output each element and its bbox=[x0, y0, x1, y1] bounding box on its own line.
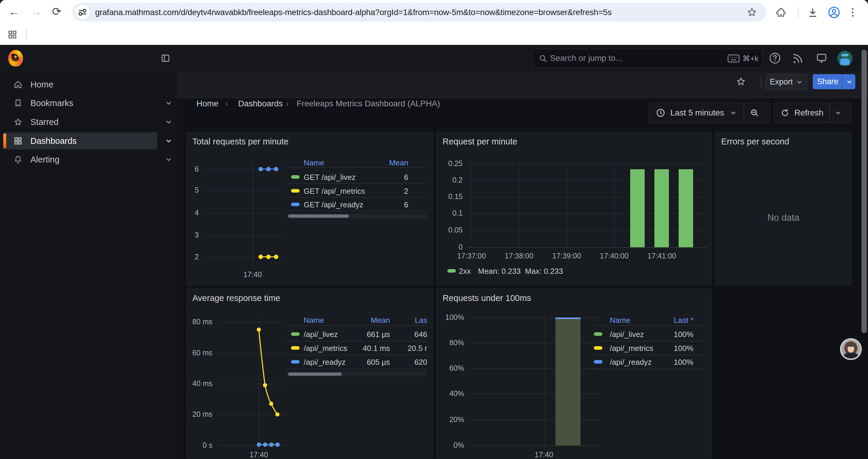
downloads-icon[interactable] bbox=[807, 6, 819, 18]
y-tick: 60% bbox=[437, 364, 464, 372]
data-point[interactable] bbox=[258, 255, 263, 259]
data-point[interactable] bbox=[266, 167, 271, 171]
legend-series-name[interactable]: /api/_metrics bbox=[610, 344, 653, 353]
bar-2xx[interactable] bbox=[654, 169, 669, 247]
legend-scrollbar[interactable] bbox=[286, 371, 427, 376]
sidebar-item-label: Alerting bbox=[30, 155, 59, 165]
legend-scrollbar[interactable] bbox=[286, 214, 427, 219]
legend-series-name[interactable]: /api/_readyz bbox=[610, 358, 652, 367]
data-point[interactable] bbox=[263, 442, 267, 447]
legend-header-name[interactable]: Name bbox=[304, 316, 324, 325]
series-color-pill[interactable] bbox=[291, 203, 300, 206]
url-bar[interactable]: grafana.mathmast.com/d/deytv4rwavabkb/fr… bbox=[72, 3, 766, 22]
data-point[interactable] bbox=[275, 442, 280, 447]
back-icon[interactable]: ← bbox=[8, 6, 20, 17]
url-text[interactable]: grafana.mathmast.com/d/deytv4rwavabkb/fr… bbox=[95, 8, 612, 17]
page-scrollbar[interactable] bbox=[862, 50, 867, 333]
bar-under-100ms[interactable] bbox=[555, 319, 581, 446]
gridline bbox=[467, 164, 707, 164]
chevron-down-icon[interactable] bbox=[164, 137, 173, 145]
data-point[interactable] bbox=[269, 442, 274, 447]
chevron-down-icon[interactable] bbox=[164, 118, 173, 126]
legend-series-name[interactable]: GET /api/_metrics bbox=[304, 187, 365, 196]
bar-2xx[interactable] bbox=[630, 169, 645, 247]
legend-series-name[interactable]: /api/_metrics bbox=[304, 344, 347, 353]
legend-header-mean[interactable]: Mean bbox=[389, 158, 408, 167]
data-point[interactable] bbox=[266, 255, 271, 259]
legend-series-name[interactable]: 2xx bbox=[459, 267, 471, 276]
legend-series-name[interactable]: /api/_readyz bbox=[304, 358, 346, 367]
panel-request-per-minute[interactable]: Request per minute 0.25 0.2 0.15 0.1 0.0… bbox=[436, 132, 712, 286]
breadcrumb-home[interactable]: Home bbox=[196, 99, 219, 108]
grafana-logo[interactable] bbox=[8, 50, 23, 66]
sidebar-item-dashboards[interactable]: Dashboards bbox=[3, 132, 157, 150]
legend-series-name[interactable]: GET /api/_livez bbox=[304, 173, 356, 182]
legend-series-name[interactable]: /api/_livez bbox=[610, 330, 644, 339]
series-color-pill[interactable] bbox=[594, 346, 602, 350]
site-settings-icon[interactable] bbox=[75, 5, 90, 19]
bookmarks-bar: Freeleaps 收藏博客 bbox=[0, 25, 868, 45]
sidebar-item-starred[interactable]: Starred bbox=[3, 113, 157, 131]
floating-assistant-avatar[interactable] bbox=[840, 338, 862, 360]
panel-requests-under-100ms[interactable]: Requests under 100ms 100% 80% 60% 40% 20… bbox=[436, 288, 712, 459]
sidebar-toggle-icon[interactable] bbox=[160, 53, 170, 63]
y-tick: 3 bbox=[186, 231, 199, 239]
menu-kebab-icon[interactable] bbox=[847, 6, 859, 18]
data-point[interactable] bbox=[258, 167, 263, 171]
chevron-down-icon[interactable] bbox=[164, 155, 173, 164]
sidebar-item-alerting[interactable]: Alerting bbox=[3, 151, 157, 168]
series-color-pill[interactable] bbox=[594, 360, 602, 364]
legend-scrollbar-thumb[interactable] bbox=[288, 372, 342, 376]
legend-series-name[interactable]: GET /api/_readyz bbox=[304, 200, 363, 209]
share-button[interactable]: Share bbox=[813, 74, 843, 89]
legend-divider bbox=[286, 210, 427, 211]
legend-scrollbar-thumb[interactable] bbox=[288, 215, 349, 218]
breadcrumb-dashboards[interactable]: Dashboards bbox=[238, 99, 283, 108]
panel-avg-response-time[interactable]: Average response time 80 ms 60 ms 40 ms … bbox=[186, 288, 433, 459]
data-point[interactable] bbox=[274, 255, 278, 259]
refresh-button[interactable]: Refresh bbox=[774, 103, 829, 123]
legend-header-name[interactable]: Name bbox=[610, 316, 630, 325]
share-menu-button[interactable] bbox=[843, 74, 855, 89]
series-color-pill[interactable] bbox=[447, 269, 456, 273]
favorite-star-icon[interactable] bbox=[735, 76, 747, 87]
forward-icon[interactable]: → bbox=[30, 6, 42, 17]
zoom-out-button[interactable] bbox=[744, 103, 765, 123]
legend-header-name[interactable]: Name bbox=[304, 158, 324, 167]
legend-header-last[interactable]: Last * bbox=[674, 316, 694, 325]
series-color-pill[interactable] bbox=[291, 189, 300, 193]
apps-grid-icon[interactable] bbox=[6, 29, 18, 40]
refresh-interval-button[interactable] bbox=[830, 103, 846, 123]
extensions-icon[interactable] bbox=[775, 6, 787, 18]
legend-mean-value: 605 µs bbox=[367, 358, 390, 367]
sidebar-item-bookmarks[interactable]: Bookmarks bbox=[3, 95, 157, 112]
export-button[interactable]: Export bbox=[766, 74, 807, 90]
legend-series-name[interactable]: /api/_livez bbox=[304, 330, 338, 339]
legend-max-stat: Max: 0.233 bbox=[525, 267, 563, 276]
legend-header-mean[interactable]: Mean bbox=[371, 316, 390, 325]
legend-header-last[interactable]: Las bbox=[415, 316, 427, 325]
data-point[interactable] bbox=[257, 442, 261, 447]
user-avatar[interactable] bbox=[837, 51, 852, 66]
panel-total-requests[interactable]: Total requests per minute 6 5 4 3 2 17:4… bbox=[186, 132, 433, 286]
series-color-pill[interactable] bbox=[291, 332, 300, 336]
star-icon bbox=[13, 117, 23, 127]
home-icon bbox=[13, 79, 23, 90]
series-color-pill[interactable] bbox=[291, 346, 300, 350]
reload-icon[interactable]: ⟳ bbox=[52, 6, 61, 17]
chevron-down-icon[interactable] bbox=[164, 99, 173, 107]
bar-2xx[interactable] bbox=[679, 169, 693, 247]
series-color-pill[interactable] bbox=[594, 332, 602, 336]
news-rss-icon[interactable] bbox=[792, 52, 804, 64]
panel-errors-per-second[interactable]: Errors per second No data bbox=[715, 132, 852, 286]
data-point[interactable] bbox=[274, 167, 278, 171]
bookmark-star-icon[interactable] bbox=[747, 7, 757, 18]
help-icon[interactable] bbox=[769, 52, 781, 64]
sidebar-item-home[interactable]: Home bbox=[3, 76, 157, 93]
kiosk-monitor-icon[interactable] bbox=[815, 52, 828, 64]
series-color-pill[interactable] bbox=[291, 175, 300, 179]
time-range-picker[interactable]: Last 5 minutes bbox=[649, 103, 744, 123]
clock-icon bbox=[656, 108, 665, 118]
series-color-pill[interactable] bbox=[291, 360, 300, 364]
profile-icon[interactable] bbox=[828, 6, 840, 19]
